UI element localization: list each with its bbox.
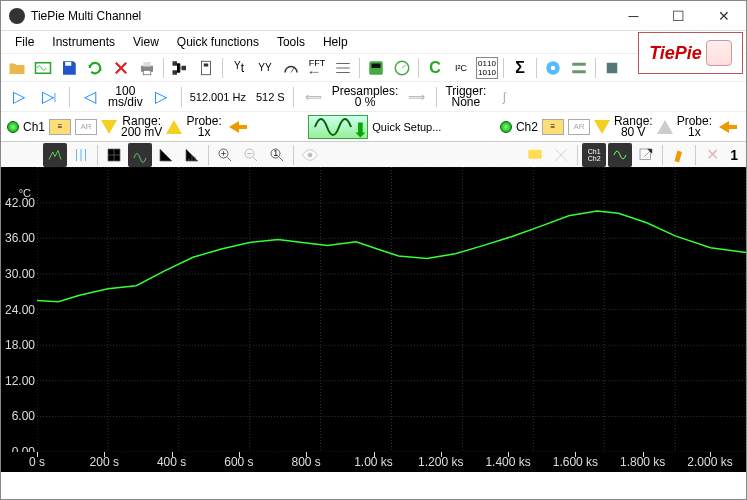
presamples-dec-button[interactable]: ⟸ <box>302 85 326 109</box>
y-axis: °C 42.0036.0030.0024.0018.0012.006.000.0… <box>1 167 37 452</box>
ch2-label: Ch2 <box>516 120 538 134</box>
connect-button[interactable]: C <box>423 56 447 80</box>
x-tick-label: 1.400 ks <box>485 455 530 469</box>
ch2-probe: Probe:1x <box>677 116 712 138</box>
svg-point-22 <box>308 152 313 157</box>
menu-bar: File Instruments View Quick functions To… <box>1 31 746 53</box>
ch2-led-icon[interactable] <box>500 121 512 133</box>
ch1-led-icon[interactable] <box>7 121 19 133</box>
ch1-probe: Probe:1x <box>186 116 221 138</box>
ch2-autorange-button[interactable]: AR <box>568 119 590 135</box>
ch1-range-up-button[interactable] <box>166 120 182 134</box>
serial-button[interactable]: 01101010 <box>475 56 499 80</box>
x-tick-label: 800 s <box>292 455 321 469</box>
svg-rect-5 <box>173 61 178 66</box>
ch2-coupling-button[interactable]: ≡ <box>542 119 564 135</box>
x-tick-label: 1.00 ks <box>354 455 393 469</box>
channel-colors-button[interactable]: Ch1Ch2 <box>582 143 606 167</box>
main-toolbar: Yt YY FFT⬳ C I²C 01101010 Σ <box>1 53 746 81</box>
clear-button[interactable] <box>109 56 133 80</box>
y-tick-label: 36.00 <box>5 231 35 245</box>
quick-setup-label[interactable]: Quick Setup... <box>372 121 441 133</box>
grid-button[interactable] <box>102 143 126 167</box>
object-tree-button[interactable] <box>168 56 192 80</box>
visibility-button[interactable] <box>298 143 322 167</box>
plot-toolbar: 1 Ch1Ch2 ✕ 1 <box>1 141 746 167</box>
presamples-display: Presamples:0 % <box>332 86 399 108</box>
xy-mode-button[interactable]: YY <box>253 56 277 80</box>
play-button[interactable]: ▷ <box>7 85 31 109</box>
filter-button[interactable] <box>331 56 355 80</box>
axis-settings-button[interactable] <box>180 143 204 167</box>
axes-button[interactable] <box>154 143 178 167</box>
i2c-button[interactable]: I²C <box>449 56 473 80</box>
close-button[interactable]: ✕ <box>701 1 746 30</box>
popout-button[interactable] <box>634 143 658 167</box>
zoom-reset-button[interactable]: 1 <box>265 143 289 167</box>
quick-setup-wave-icon[interactable]: ⬇ <box>308 115 368 139</box>
svg-rect-24 <box>640 149 651 160</box>
trigger-edge-button[interactable]: ∫ <box>492 85 516 109</box>
ch1-coupling-button[interactable]: ≡ <box>49 119 71 135</box>
x-tick-label: 0 s <box>29 455 45 469</box>
x-axis: 0 s200 s400 s600 s800 s1.00 ks1.200 ks1.… <box>1 452 746 472</box>
rpm-button[interactable] <box>390 56 414 80</box>
blackscope-button[interactable] <box>608 143 632 167</box>
open-button[interactable] <box>5 56 29 80</box>
timebase-faster-button[interactable]: ▷ <box>149 85 173 109</box>
trigger-display: Trigger:None <box>445 86 486 108</box>
menu-tools[interactable]: Tools <box>269 33 313 51</box>
ch2-range-up-button[interactable] <box>657 120 673 134</box>
zoom-out-button[interactable] <box>239 143 263 167</box>
play-once-button[interactable]: ▷| <box>37 85 61 109</box>
disk-button[interactable] <box>541 56 565 80</box>
open-scope-button[interactable] <box>31 56 55 80</box>
menu-file[interactable]: File <box>7 33 42 51</box>
config-button[interactable] <box>567 56 591 80</box>
yt-mode-button[interactable]: Yt <box>227 56 251 80</box>
scale-y-button[interactable] <box>69 143 93 167</box>
svg-rect-3 <box>143 62 151 67</box>
menu-quick[interactable]: Quick functions <box>169 33 267 51</box>
y-tick-label: 42.00 <box>5 196 35 210</box>
sum-button[interactable]: Σ <box>508 56 532 80</box>
y-tick-label: 6.00 <box>12 409 35 423</box>
autoscale-button[interactable] <box>43 143 67 167</box>
maximize-button[interactable]: ☐ <box>656 1 701 30</box>
timebase-slower-button[interactable]: ◁ <box>78 85 102 109</box>
y-tick-label: 18.00 <box>5 338 35 352</box>
svg-rect-0 <box>36 62 51 73</box>
menu-view[interactable]: View <box>125 33 167 51</box>
cursor-button[interactable] <box>194 56 218 80</box>
timebase-value: 100ms/div <box>108 86 143 108</box>
minimize-button[interactable]: ─ <box>611 1 656 30</box>
ch1-range-down-button[interactable] <box>101 120 117 134</box>
presamples-inc-button[interactable]: ⟹ <box>404 85 428 109</box>
ch2-probe-button[interactable] <box>716 115 740 139</box>
delete-button[interactable]: ✕ <box>700 143 724 167</box>
sample-rate-label: 512.001 Hz <box>190 91 246 103</box>
marker-button[interactable] <box>667 143 691 167</box>
svg-rect-8 <box>202 61 211 75</box>
window-title: TiePie Multi Channel <box>31 9 611 23</box>
meter-button[interactable] <box>364 56 388 80</box>
ch1-probe-button[interactable] <box>226 115 250 139</box>
print-button[interactable] <box>135 56 159 80</box>
ch1-autorange-button[interactable]: AR <box>75 119 97 135</box>
gauge-button[interactable] <box>279 56 303 80</box>
zoom-in-button[interactable] <box>213 143 237 167</box>
x-tick-label: 2.000 ks <box>687 455 732 469</box>
ch2-range: Range:80 V <box>614 116 653 138</box>
plot-canvas[interactable] <box>37 167 746 452</box>
chip-button[interactable] <box>600 56 624 80</box>
fft-button[interactable]: FFT⬳ <box>305 56 329 80</box>
save-button[interactable] <box>57 56 81 80</box>
fitscreen-button[interactable] <box>128 143 152 167</box>
menu-help[interactable]: Help <box>315 33 356 51</box>
svg-rect-7 <box>182 65 187 70</box>
ch2-range-down-button[interactable] <box>594 120 610 134</box>
menu-instruments[interactable]: Instruments <box>44 33 123 51</box>
measure-button[interactable] <box>549 143 573 167</box>
note-button[interactable] <box>523 143 547 167</box>
reload-button[interactable] <box>83 56 107 80</box>
